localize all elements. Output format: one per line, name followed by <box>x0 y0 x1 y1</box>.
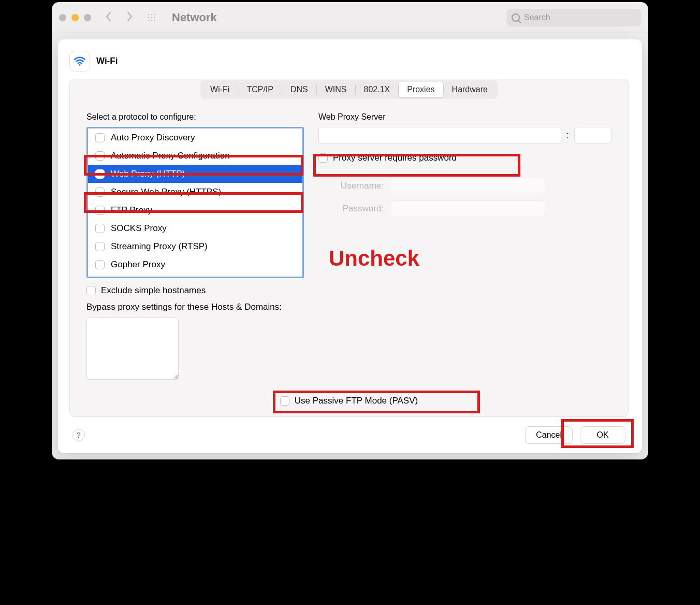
traffic-lights <box>59 14 91 21</box>
protocol-label: Web Proxy (HTTP) <box>111 169 185 179</box>
protocol-label: FTP Proxy <box>111 205 152 215</box>
protocol-row-streaming-proxy-rtsp[interactable]: Streaming Proxy (RTSP) <box>88 237 302 255</box>
search-placeholder: Search <box>524 13 550 22</box>
protocol-row-auto-proxy-discovery[interactable]: Auto Proxy Discovery <box>88 128 302 147</box>
username-row: Username: <box>318 178 611 194</box>
help-button[interactable]: ? <box>72 429 85 441</box>
tab-proxies[interactable]: Proxies <box>399 82 443 97</box>
settings-panel: Wi-FiTCP/IPDNSWINS802.1XProxiesHardware … <box>69 79 629 417</box>
pasv-label: Use Passive FTP Mode (PASV) <box>295 396 418 406</box>
server-row: : <box>318 127 611 143</box>
minimize-window-button[interactable] <box>71 14 79 21</box>
protocol-checkbox[interactable] <box>95 169 105 179</box>
tab-dns[interactable]: DNS <box>282 82 316 97</box>
close-window-button[interactable] <box>59 14 66 21</box>
preferences-window: Network Search Wi-Fi Wi-FiTCP/IPDNSWINS8… <box>52 2 648 459</box>
protocol-checkbox[interactable] <box>95 242 105 251</box>
bypass-textarea[interactable] <box>86 318 179 380</box>
protocol-checkbox[interactable] <box>95 206 105 215</box>
protocol-checkbox[interactable] <box>95 188 105 197</box>
pasv-checkbox[interactable] <box>280 396 289 406</box>
protocol-row-secure-web-proxy-https[interactable]: Secure Web Proxy (HTTPS) <box>88 183 302 201</box>
password-row: Password: <box>318 200 611 217</box>
server-port-input[interactable] <box>574 127 611 143</box>
search-icon <box>512 13 520 22</box>
protocol-row-automatic-proxy-configuration[interactable]: Automatic Proxy Configuration <box>88 147 302 165</box>
pasv-row: Use Passive FTP Mode (PASV) <box>70 396 628 406</box>
server-host-input[interactable] <box>318 127 561 143</box>
tabs: Wi-FiTCP/IPDNSWINS802.1XProxiesHardware <box>70 78 628 99</box>
protocol-label: SOCKS Proxy <box>111 223 167 234</box>
tab-8021x[interactable]: 802.1X <box>356 82 399 97</box>
protocol-row-socks-proxy[interactable]: SOCKS Proxy <box>88 219 302 237</box>
left-column: Select a protocol to configure: Auto Pro… <box>86 112 304 296</box>
bypass-label: Bypass proxy settings for these Hosts & … <box>86 302 628 312</box>
password-label: Password: <box>318 204 384 214</box>
annotation-uncheck-text: Uncheck <box>329 246 419 271</box>
protocol-label: Secure Web Proxy (HTTPS) <box>111 187 221 197</box>
exclude-simple-label: Exclude simple hostnames <box>101 285 206 296</box>
right-column: Web Proxy Server : Proxy server requires… <box>318 112 611 296</box>
server-label: Web Proxy Server <box>318 112 611 122</box>
wifi-icon <box>69 51 90 71</box>
svg-point-0 <box>79 64 80 66</box>
protocol-row-web-proxy-http[interactable]: Web Proxy (HTTP) <box>88 165 302 183</box>
zoom-window-button[interactable] <box>84 14 91 21</box>
footer: ? Cancel OK <box>69 417 629 444</box>
window-title: Network <box>172 11 217 24</box>
protocol-label: Automatic Proxy Configuration <box>111 151 230 161</box>
content: Select a protocol to configure: Auto Pro… <box>70 100 628 300</box>
tab-hardware[interactable]: Hardware <box>444 82 496 97</box>
protocol-label: Streaming Proxy (RTSP) <box>111 241 208 252</box>
ok-button[interactable]: OK <box>580 426 625 444</box>
username-label: Username: <box>318 181 384 191</box>
protocol-select-label: Select a protocol to configure: <box>86 112 304 122</box>
protocol-label: Auto Proxy Discovery <box>111 133 195 143</box>
search-field[interactable]: Search <box>506 9 641 26</box>
password-input[interactable] <box>390 200 545 217</box>
back-button[interactable] <box>101 10 116 25</box>
sheet-header: Wi-Fi <box>69 51 629 71</box>
forward-button[interactable] <box>122 10 137 25</box>
pasv-checkbox-row[interactable]: Use Passive FTP Mode (PASV) <box>280 396 418 406</box>
exclude-simple-checkbox[interactable] <box>86 286 96 295</box>
protocol-checkbox[interactable] <box>95 151 105 161</box>
protocol-checkbox[interactable] <box>95 224 105 233</box>
requires-password-row[interactable]: Proxy server requires password <box>318 153 611 163</box>
protocol-list[interactable]: Auto Proxy DiscoveryAutomatic Proxy Conf… <box>86 127 304 278</box>
protocol-checkbox[interactable] <box>95 260 105 269</box>
tab-wifi[interactable]: Wi-Fi <box>202 82 238 97</box>
protocol-label: Gopher Proxy <box>111 260 165 270</box>
protocol-checkbox[interactable] <box>95 133 105 142</box>
protocol-row-ftp-proxy[interactable]: FTP Proxy <box>88 201 302 219</box>
cancel-button[interactable]: Cancel <box>525 426 573 444</box>
server-colon: : <box>566 130 569 141</box>
tab-wins[interactable]: WINS <box>317 82 355 97</box>
protocol-row-gopher-proxy[interactable]: Gopher Proxy <box>88 255 302 273</box>
username-input[interactable] <box>390 178 545 194</box>
sheet-title: Wi-Fi <box>96 56 118 66</box>
requires-password-label: Proxy server requires password <box>333 153 457 163</box>
requires-password-checkbox[interactable] <box>318 153 328 163</box>
show-all-icon[interactable] <box>147 13 156 22</box>
exclude-simple-row[interactable]: Exclude simple hostnames <box>86 285 304 296</box>
tab-tcpip[interactable]: TCP/IP <box>238 82 282 97</box>
window-toolbar: Network Search <box>52 2 648 33</box>
proxies-sheet: Wi-Fi Wi-FiTCP/IPDNSWINS802.1XProxiesHar… <box>58 39 642 453</box>
